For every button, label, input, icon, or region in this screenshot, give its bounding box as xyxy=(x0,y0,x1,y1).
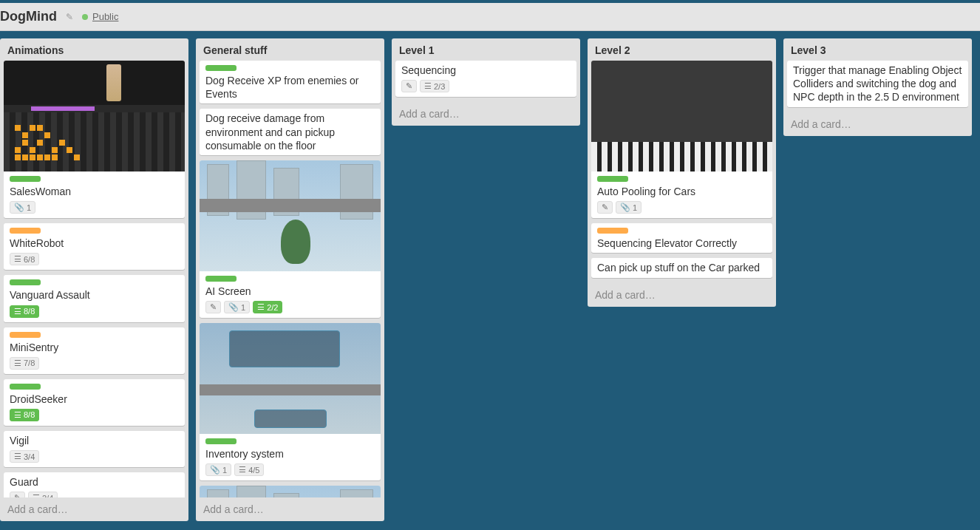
card-badges: ✎☰2/3 xyxy=(395,80,576,97)
card-title: Dog Receive XP from enemies or Events xyxy=(200,71,381,103)
badge-attach: 📎1 xyxy=(205,463,231,476)
badge-text: 8/8 xyxy=(24,410,35,419)
card[interactable]: Trigger that manage Enabling Object Coll… xyxy=(787,61,968,107)
card-cover xyxy=(591,61,772,171)
edit-icon: ✎ xyxy=(602,203,608,212)
check-icon: ☰ xyxy=(14,307,21,316)
list-title[interactable]: Level 3 xyxy=(783,38,972,61)
label-orange[interactable] xyxy=(10,228,41,234)
card-title: Vanguard Assault xyxy=(4,285,185,305)
badge-edit: ✎ xyxy=(597,201,613,214)
badge-check: ☰2/4 xyxy=(28,492,58,497)
label-green[interactable] xyxy=(10,279,41,285)
card-title: SalesWoman xyxy=(4,182,185,201)
badge-edit: ✎ xyxy=(10,492,25,497)
card[interactable]: Inventory system📎1☰4/5 xyxy=(200,323,381,480)
card-labels xyxy=(4,327,185,338)
card[interactable]: Guard✎☰2/4 xyxy=(4,472,185,497)
add-card-button[interactable]: Add a card… xyxy=(783,112,972,136)
card[interactable]: Can pick up stuff on the Car parked xyxy=(591,258,772,277)
edit-icon: ✎ xyxy=(210,302,217,312)
badge-edit: ✎ xyxy=(401,80,417,92)
visibility-label[interactable]: Public xyxy=(92,11,118,22)
card[interactable] xyxy=(200,486,381,497)
check-icon: ☰ xyxy=(14,452,21,461)
badge-check: ☰8/8 xyxy=(10,409,39,421)
visibility-toggle[interactable]: Public xyxy=(82,11,118,22)
list-cards: Sequencing✎☰2/3 xyxy=(392,61,580,102)
badge-text: 7/8 xyxy=(24,359,35,367)
list-cards: Trigger that manage Enabling Object Coll… xyxy=(783,61,972,112)
card-title: MiniSentry xyxy=(4,338,185,357)
card[interactable]: Dog receive damage from environment and … xyxy=(200,109,381,155)
card-title: Auto Pooling for Cars xyxy=(591,182,772,201)
card-labels xyxy=(200,271,381,282)
card-title: AI Screen xyxy=(200,282,381,301)
attach-icon: 📎 xyxy=(228,302,239,312)
card-badges: ✎📎1☰2/2 xyxy=(200,301,381,318)
attach-icon: 📎 xyxy=(210,465,220,475)
card[interactable]: MiniSentry☰7/8 xyxy=(4,327,185,374)
card[interactable]: Dog Receive XP from enemies or Events xyxy=(200,61,381,103)
label-green[interactable] xyxy=(597,176,628,182)
badge-text: 6/8 xyxy=(24,255,35,264)
card-title: Sequencing Elevator Correctly xyxy=(591,234,772,253)
label-orange[interactable] xyxy=(597,228,628,234)
board-header: DogMind ✎ Public xyxy=(0,3,980,31)
card-labels xyxy=(200,61,381,71)
add-card-button[interactable]: Add a card… xyxy=(196,497,384,521)
label-green[interactable] xyxy=(205,438,237,444)
badge-text: 2/3 xyxy=(434,82,445,91)
card[interactable]: DroidSeeker☰8/8 xyxy=(4,379,185,426)
list: Level 3Trigger that manage Enabling Obje… xyxy=(783,38,972,136)
badge-text: 4/5 xyxy=(248,466,259,475)
card[interactable]: Vanguard Assault☰8/8 xyxy=(4,275,185,322)
label-green[interactable] xyxy=(10,176,41,182)
card[interactable]: WhiteRobot☰6/8 xyxy=(4,223,185,270)
badge-check: ☰2/2 xyxy=(253,301,282,313)
badge-text: 8/8 xyxy=(24,307,35,316)
label-green[interactable] xyxy=(10,384,41,390)
list: General stuffDog Receive XP from enemies… xyxy=(196,38,384,521)
list-title[interactable]: Animations xyxy=(0,38,188,61)
badge-text: 2/2 xyxy=(267,303,278,312)
check-icon: ☰ xyxy=(239,465,246,475)
list-title[interactable]: General stuff xyxy=(196,38,384,61)
label-green[interactable] xyxy=(205,65,237,71)
card-labels xyxy=(200,434,381,444)
card[interactable]: Vigil☰3/4 xyxy=(4,431,185,467)
label-orange[interactable] xyxy=(10,332,41,338)
label-green[interactable] xyxy=(205,276,237,282)
list-title[interactable]: Level 2 xyxy=(588,38,776,61)
card-title: Dog receive damage from environment and … xyxy=(200,109,381,155)
card-title: Sequencing xyxy=(395,61,576,80)
badge-text: 1 xyxy=(241,303,245,312)
badge-attach: 📎1 xyxy=(10,201,35,214)
card-labels xyxy=(591,171,772,182)
list-cards: SalesWoman📎1WhiteRobot☰6/8Vanguard Assau… xyxy=(0,61,188,497)
add-card-button[interactable]: Add a card… xyxy=(588,283,776,307)
card-badges: ☰6/8 xyxy=(4,253,185,270)
list: AnimationsSalesWoman📎1WhiteRobot☰6/8Vang… xyxy=(0,38,188,521)
add-card-button[interactable]: Add a card… xyxy=(0,497,188,521)
card[interactable]: Sequencing✎☰2/3 xyxy=(395,61,576,97)
edit-icon[interactable]: ✎ xyxy=(66,12,73,22)
list-cards: Dog Receive XP from enemies or EventsDog… xyxy=(196,61,384,497)
add-card-button[interactable]: Add a card… xyxy=(392,102,580,126)
board-title: DogMind xyxy=(0,9,57,24)
list-title[interactable]: Level 1 xyxy=(392,38,580,61)
card-badges: ✎📎1 xyxy=(591,201,772,218)
card-labels xyxy=(4,171,185,182)
card-badges: 📎1 xyxy=(4,201,185,218)
card[interactable]: Auto Pooling for Cars✎📎1 xyxy=(591,61,772,218)
card[interactable]: AI Screen✎📎1☰2/2 xyxy=(200,160,381,318)
card-cover xyxy=(200,486,381,497)
badge-text: 3/4 xyxy=(24,452,35,461)
card[interactable]: Sequencing Elevator Correctly xyxy=(591,223,772,253)
check-icon: ☰ xyxy=(14,359,21,368)
check-icon: ☰ xyxy=(14,410,21,420)
badge-check: ☰8/8 xyxy=(10,305,39,318)
badge-check: ☰7/8 xyxy=(10,357,39,370)
card[interactable]: SalesWoman📎1 xyxy=(4,61,185,218)
card-title: Can pick up stuff on the Car parked xyxy=(591,258,772,277)
